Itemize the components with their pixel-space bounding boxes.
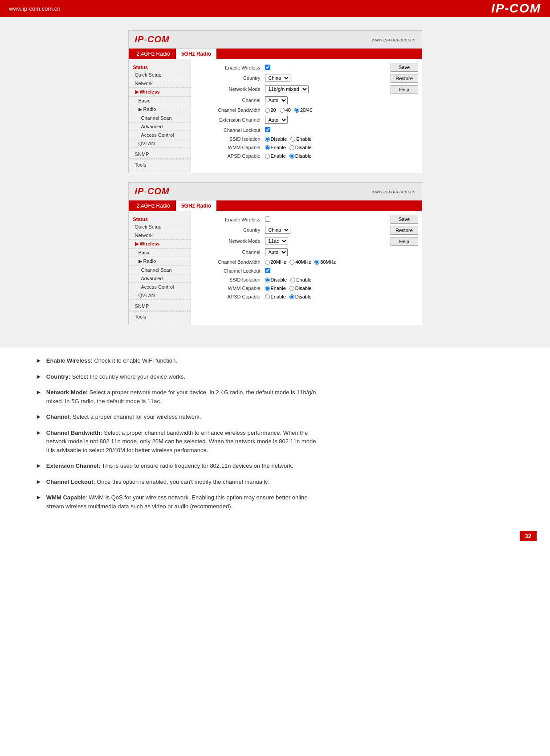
form-2-wmm-capable-label: WMM Capable [198,286,265,291]
sidebar-2-quicksetup[interactable]: Quick Setup [129,223,191,231]
cbw1-40[interactable] [280,108,285,113]
help-button-1[interactable]: Help [391,85,418,94]
wmm1-disable[interactable] [289,145,294,150]
bullet-arrow-7: ► [36,478,42,485]
bullet-arrow-8: ► [36,494,42,501]
sidebar-1-tools[interactable]: Tools [129,161,191,169]
apsd2-enable[interactable] [265,294,270,299]
country-select-1[interactable]: China [265,74,290,82]
form-1-channel-row: Channel Auto [198,96,382,104]
form-2-ssid-isolation-label: SSID Isolation [198,277,265,282]
panel-1-header: IP-COM www.ip-com.com.cn [129,31,422,49]
sidebar-1-snmp[interactable]: SNMP [129,150,191,159]
enable-wireless-checkbox-2[interactable] [265,217,270,222]
form-1-channel-lockout-label: Channel Lockout [198,127,265,133]
sidebar-1-channelscan[interactable]: Channel Scan [129,114,191,123]
logo-text: IP-COM [491,1,541,16]
sidebar-2-status: Status [129,215,191,223]
form-2-enable-wireless-row: Enable Wireless [198,217,382,223]
cbw2-20[interactable] [265,260,270,265]
help-button-2[interactable]: Help [391,237,418,246]
save-button-1[interactable]: Save [391,63,418,72]
apsd1-disable[interactable] [289,154,294,159]
sidebar-2-tools[interactable]: Tools [129,313,191,321]
bullet-section: ► Enable Wireless: Check it to enable Wi… [0,347,550,527]
network-mode-select-2[interactable]: 11ac [265,237,288,245]
ssid1-disable[interactable] [265,137,270,142]
panel-1-sidebar: Status Quick Setup Network ▶ Wireless Ba… [129,59,191,173]
top-header: www.ip-com.com.cn IP-COM [0,0,550,17]
sidebar-1-qvlan[interactable]: QVLAN [129,139,191,148]
save-button-2[interactable]: Save [391,215,418,224]
bullet-bold-6: Extension Channel: [46,462,100,469]
apsd2-disable[interactable] [289,294,294,299]
ssid2-disable[interactable] [265,278,270,282]
wmm2-disable[interactable] [289,286,294,291]
form-1-country-label: Country [198,75,265,81]
panel-1-url: www.ip-com.com.cn [372,37,416,42]
bullet-bold-3: Network Mode: [46,389,88,396]
form-2-channel-bandwidth-control: 20MHz 40MHz 80MHz [265,259,382,265]
bullet-enable-wireless: ► Enable Wireless: Check it to enable Wi… [36,356,514,365]
form-2-country-row: Country China [198,226,382,234]
bullet-wmm-capable: ► WMM Capable: WMM is QoS for your wirel… [36,493,514,511]
form-1-country-row: Country China [198,74,382,82]
extension-channel-select-1[interactable]: Auto [265,116,288,124]
sidebar-2-basic[interactable]: Basic [129,249,191,257]
restore-button-1[interactable]: Restore [391,74,418,83]
bullet-country: ► Country: Select the country where your… [36,372,514,381]
cbw2-40[interactable] [289,260,294,265]
sidebar-2-channelscan[interactable]: Channel Scan [129,266,191,274]
form-2-channel-lockout-row: Channel Lockout [198,268,382,274]
sidebar-2-wireless[interactable]: ▶ Wireless [129,240,191,249]
sidebar-1-quicksetup[interactable]: Quick Setup [129,71,191,79]
tab-5ghz-1[interactable]: 5GHz Radio [176,49,217,59]
sidebar-2-snmp[interactable]: SNMP [129,302,191,311]
sidebar-1-network[interactable]: Network [129,79,191,88]
apsd1-enable[interactable] [265,154,270,159]
cbw1-20[interactable] [265,108,270,113]
sidebar-2-qvlan[interactable]: QVLAN [129,291,191,300]
panel-1-logo: IP-COM [135,34,170,45]
network-mode-select-1[interactable]: 11b/g/n mixed [265,85,309,93]
sidebar-1-advanced[interactable]: Advanced [129,123,191,131]
cbw2-80[interactable] [314,260,319,265]
wmm1-enable[interactable] [265,145,270,150]
sidebar-1-radio[interactable]: ▶ Radio [129,105,191,114]
form-2-channel-lockout-control [265,268,382,274]
form-1-channel-bandwidth-label: Channel Bandwidth [198,107,265,113]
sidebar-2-network[interactable]: Network [129,231,191,240]
form-1-enable-wireless-label: Enable Wireless [198,65,265,70]
sidebar-1-status: Status [129,63,191,71]
sidebar-1-accesscontrol[interactable]: Access Control [129,131,191,139]
panel-2-header: IP-COM www.ip-com.com.cn [129,183,422,200]
form-1-network-mode-row: Network Mode 11b/g/n mixed [198,85,382,93]
channel-select-1[interactable]: Auto [265,96,288,104]
bullet-arrow-5: ► [36,429,42,436]
sidebar-2-advanced[interactable]: Advanced [129,274,191,283]
channel-lockout-checkbox-1[interactable] [265,127,270,132]
tab-24ghz-1[interactable]: 2.4GHz Radio [131,49,176,59]
channel-select-2[interactable]: Auto [265,248,288,256]
form-1-extension-channel-control: Auto [265,116,382,124]
restore-button-2[interactable]: Restore [391,226,418,235]
tab-5ghz-2[interactable]: 5GHz Radio [176,200,217,211]
bullet-text-1: Enable Wireless: Check it to enable WiFi… [46,356,177,365]
tab-24ghz-2[interactable]: 2.4GHz Radio [131,200,176,211]
sidebar-1-wireless[interactable]: ▶ Wireless [129,88,191,97]
ssid2-enable[interactable] [290,278,295,282]
bullet-text-5: Channel Bandwidth: Select a proper chann… [46,429,318,455]
wmm2-enable[interactable] [265,286,270,291]
sidebar-1-basic[interactable]: Basic [129,97,191,105]
bullet-channel-lockout: ► Channel Lockout: Once this option is e… [36,478,514,486]
country-select-2[interactable]: China [265,226,290,234]
channel-lockout-checkbox-2[interactable] [265,268,270,273]
form-2-country-control: China [265,226,382,234]
cbw1-2040[interactable] [294,108,299,113]
form-2-apsd-capable-label: APSD Capable [198,294,265,299]
sidebar-2-radio[interactable]: ▶ Radio [129,257,191,266]
form-1-extension-channel-row: Extension Channel Auto [198,116,382,124]
ssid1-enable[interactable] [290,137,295,142]
sidebar-2-accesscontrol[interactable]: Access Control [129,283,191,291]
enable-wireless-checkbox-1[interactable] [265,65,270,70]
